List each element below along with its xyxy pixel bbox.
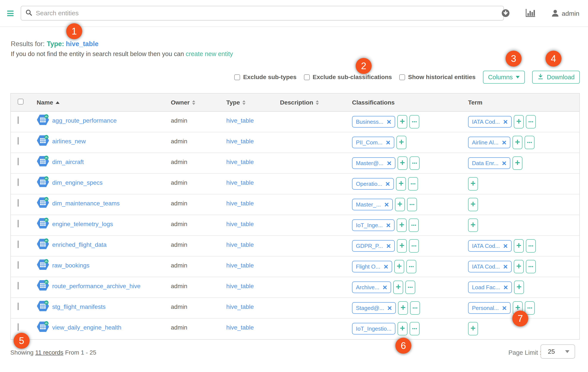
- classification-tag[interactable]: Archive...: [352, 282, 391, 293]
- more-classification-button[interactable]: [407, 198, 417, 211]
- add-classification-button[interactable]: +: [398, 301, 408, 315]
- exclude-subtypes-checkbox[interactable]: Exclude sub-types: [234, 74, 296, 80]
- row-checkbox[interactable]: [18, 179, 19, 186]
- remove-classification-icon[interactable]: [386, 244, 391, 248]
- add-term-button[interactable]: +: [514, 281, 524, 294]
- add-term-button[interactable]: +: [513, 156, 522, 170]
- more-classification-button[interactable]: [409, 219, 419, 232]
- more-classification-button[interactable]: [409, 239, 419, 253]
- classification-tag[interactable]: Staged@...: [352, 302, 396, 314]
- more-classification-button[interactable]: [406, 260, 416, 273]
- add-term-button[interactable]: +: [514, 115, 524, 129]
- add-term-button[interactable]: +: [468, 198, 478, 211]
- entity-type-link[interactable]: hive_table: [226, 200, 254, 207]
- entity-name-link[interactable]: dim_maintenance_teams: [52, 200, 120, 207]
- term-tag[interactable]: IATA Cod...: [468, 116, 512, 128]
- classification-tag[interactable]: IoT_Ingestio...: [352, 323, 395, 334]
- remove-term-icon[interactable]: [502, 140, 506, 145]
- classification-tag[interactable]: PII_Com...: [352, 137, 394, 148]
- row-checkbox[interactable]: [18, 199, 19, 207]
- remove-classification-icon[interactable]: [386, 140, 390, 145]
- more-classification-button[interactable]: [410, 115, 419, 129]
- entity-type-link[interactable]: hive_table: [226, 159, 254, 165]
- remove-classification-icon[interactable]: [386, 182, 390, 186]
- add-classification-button[interactable]: +: [397, 239, 407, 253]
- add-term-button[interactable]: +: [513, 136, 522, 149]
- add-term-button[interactable]: +: [514, 239, 524, 253]
- select-all-checkbox[interactable]: [18, 99, 23, 105]
- download-button[interactable]: Download: [532, 71, 580, 84]
- add-term-button[interactable]: +: [514, 260, 524, 273]
- more-term-button[interactable]: [526, 260, 536, 273]
- entity-name-link[interactable]: stg_flight_manifests: [52, 303, 105, 310]
- classification-tag[interactable]: IoT_Inge...: [352, 219, 395, 231]
- filter-value-link[interactable]: hive_table: [66, 40, 99, 48]
- entity-name-link[interactable]: agg_route_performance: [52, 117, 117, 124]
- classification-tag[interactable]: GDPR_P...: [352, 240, 395, 252]
- entity-name-link[interactable]: engine_telemetry_logs: [52, 221, 113, 228]
- add-classification-button[interactable]: +: [397, 115, 407, 129]
- add-term-button[interactable]: +: [468, 322, 478, 335]
- entity-type-link[interactable]: hive_table: [226, 303, 254, 310]
- classification-tag[interactable]: Master@...: [352, 157, 395, 169]
- column-header-owner[interactable]: Owner: [160, 93, 216, 106]
- more-classification-button[interactable]: [408, 177, 418, 191]
- remove-classification-icon[interactable]: [387, 161, 391, 166]
- term-tag[interactable]: IATA Cod...: [468, 261, 512, 272]
- remove-classification-icon[interactable]: [386, 223, 391, 228]
- add-classification-button[interactable]: +: [397, 219, 407, 232]
- term-tag[interactable]: Data Enr...: [468, 157, 510, 169]
- checkbox-box[interactable]: [304, 74, 310, 80]
- entity-name-link[interactable]: dim_aircraft: [52, 159, 84, 166]
- row-checkbox[interactable]: [18, 137, 19, 145]
- entity-type-link[interactable]: hive_table: [226, 138, 254, 145]
- entity-name-link[interactable]: route_performance_archive_hive: [52, 283, 140, 290]
- add-classification-button[interactable]: +: [395, 198, 405, 211]
- add-classification-button[interactable]: +: [398, 322, 408, 335]
- entity-name-link[interactable]: airlines_new: [52, 138, 86, 145]
- remove-term-icon[interactable]: [503, 244, 508, 248]
- exclude-subclassifications-checkbox[interactable]: Exclude sub-classifications: [304, 74, 392, 80]
- create-new-entity-link[interactable]: create new entity: [186, 50, 233, 57]
- row-checkbox[interactable]: [18, 323, 19, 331]
- entity-type-link[interactable]: hive_table: [226, 117, 254, 124]
- entity-name-link[interactable]: enriched_flight_data: [52, 241, 106, 248]
- add-term-button[interactable]: +: [468, 219, 478, 232]
- more-term-button[interactable]: [526, 115, 536, 129]
- entity-name-link[interactable]: dim_engine_specs: [52, 179, 103, 186]
- add-classification-button[interactable]: +: [396, 177, 406, 191]
- search-input[interactable]: [36, 10, 499, 17]
- remove-classification-icon[interactable]: [384, 264, 388, 269]
- remove-term-icon[interactable]: [502, 306, 507, 310]
- add-classification-button[interactable]: +: [398, 156, 408, 170]
- remove-term-icon[interactable]: [503, 120, 508, 124]
- add-classification-button[interactable]: +: [397, 136, 406, 149]
- row-checkbox[interactable]: [18, 158, 19, 165]
- row-checkbox[interactable]: [18, 220, 19, 227]
- classification-tag[interactable]: Business...: [352, 116, 395, 128]
- more-classification-button[interactable]: [410, 301, 420, 315]
- entity-name-link[interactable]: view_daily_engine_health: [52, 324, 121, 331]
- remove-term-icon[interactable]: [504, 285, 508, 290]
- menu-hamburger-icon[interactable]: [7, 10, 14, 16]
- checkbox-box[interactable]: [399, 74, 405, 80]
- column-header-description[interactable]: Description: [272, 93, 342, 106]
- classification-tag[interactable]: Master_...: [352, 199, 393, 210]
- statistics-chart-icon[interactable]: [525, 8, 536, 19]
- row-checkbox[interactable]: [18, 241, 19, 248]
- records-count-link[interactable]: 11 records: [35, 349, 63, 356]
- entity-type-link[interactable]: hive_table: [226, 262, 254, 269]
- term-tag[interactable]: Airline Al...: [468, 137, 510, 148]
- columns-button[interactable]: Columns: [483, 71, 525, 84]
- more-term-button[interactable]: [525, 136, 535, 149]
- remove-classification-icon[interactable]: [383, 285, 387, 290]
- entity-type-link[interactable]: hive_table: [226, 324, 254, 331]
- more-classification-button[interactable]: [410, 156, 420, 170]
- row-checkbox[interactable]: [18, 261, 19, 269]
- entity-name-link[interactable]: raw_bookings: [52, 262, 90, 269]
- add-term-button[interactable]: +: [468, 177, 478, 191]
- more-term-button[interactable]: [526, 239, 536, 253]
- more-term-button[interactable]: [525, 301, 535, 315]
- checkbox-box[interactable]: [234, 74, 240, 80]
- remove-term-icon[interactable]: [502, 161, 506, 166]
